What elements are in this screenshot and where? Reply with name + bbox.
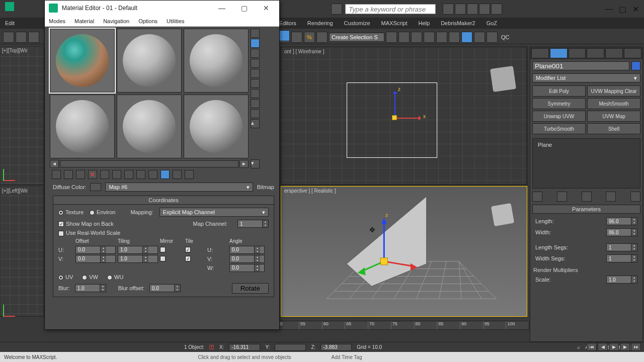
- maximize-button[interactable]: ▢: [619, 5, 626, 14]
- me-menu-modes[interactable]: Modes: [49, 18, 65, 24]
- viewport-top[interactable]: [0, 47, 44, 185]
- menu-edit[interactable]: Edit: [5, 20, 15, 26]
- u-mirror-check[interactable]: [160, 247, 166, 252]
- me-menu-material[interactable]: Material: [74, 18, 94, 24]
- binoculars-icon[interactable]: [443, 4, 454, 15]
- unlink-icon[interactable]: [16, 32, 27, 43]
- show-end-result-icon[interactable]: [160, 170, 170, 179]
- video-check-icon[interactable]: [251, 69, 260, 78]
- configure-sets-icon[interactable]: [630, 192, 640, 202]
- object-color-swatch[interactable]: [631, 61, 640, 70]
- plane-wireframe[interactable]: [347, 82, 437, 158]
- put-to-library-icon[interactable]: [124, 170, 133, 179]
- pin-stack-icon[interactable]: [532, 192, 542, 202]
- show-map-icon[interactable]: [148, 170, 157, 179]
- make-unique-icon[interactable]: [112, 170, 121, 179]
- material-slot-2[interactable]: [117, 29, 182, 93]
- me-close-button[interactable]: ✕: [257, 4, 275, 12]
- x-field[interactable]: [229, 344, 260, 351]
- edit-poly-button[interactable]: Edit Poly: [532, 85, 586, 97]
- tab-modify-icon[interactable]: [550, 48, 568, 58]
- y-field[interactable]: [275, 344, 306, 351]
- cloud-icon[interactable]: [467, 4, 478, 15]
- menu-help[interactable]: Help: [419, 20, 430, 26]
- parameters-header[interactable]: Parameters: [532, 205, 640, 214]
- blur-offset-spinner[interactable]: ▴▾: [149, 284, 181, 292]
- map-name-field[interactable]: Map #6 ▾: [105, 183, 253, 192]
- next-frame-icon[interactable]: ▶: [620, 343, 630, 351]
- me-titlebar[interactable]: Material Editor - 01 - Default — ▢ ✕: [45, 1, 279, 16]
- go-forward-icon[interactable]: [185, 170, 194, 179]
- gizmo-origin[interactable]: [392, 115, 397, 120]
- meshsmooth-button[interactable]: MeshSmooth: [587, 98, 640, 109]
- viewcube-icon[interactable]: [490, 202, 516, 228]
- z-field[interactable]: [320, 344, 352, 351]
- vw-radio[interactable]: VW: [82, 274, 98, 280]
- me-menu-navigation[interactable]: Navigation: [103, 18, 129, 24]
- scroll-left-button[interactable]: ◄: [50, 160, 59, 168]
- material-id-icon[interactable]: [136, 170, 145, 179]
- help-icon[interactable]: [491, 4, 502, 15]
- maxscript-listener[interactable]: Welcome to MAXScript. Click and drag to …: [0, 352, 644, 362]
- tab-display-icon[interactable]: [605, 48, 623, 58]
- curve-editor-icon[interactable]: [424, 32, 435, 43]
- texture-radio[interactable]: Texture: [58, 209, 84, 215]
- background-icon[interactable]: [251, 49, 260, 58]
- mirror-icon[interactable]: [386, 32, 397, 43]
- menu-goz[interactable]: GoZ: [487, 20, 497, 26]
- material-editor-icon[interactable]: [449, 32, 460, 43]
- material-map-nav-icon[interactable]: [251, 109, 260, 118]
- arrow-up-icon[interactable]: ▴: [251, 119, 260, 128]
- wrench-icon[interactable]: [455, 4, 466, 15]
- bind-icon[interactable]: [28, 32, 39, 43]
- me-menu-utilities[interactable]: Utilities: [167, 18, 184, 24]
- prev-frame-icon[interactable]: ◀: [598, 343, 608, 351]
- u-tile-check[interactable]: [185, 247, 191, 252]
- scroll-right-button[interactable]: ►: [239, 160, 249, 168]
- viewport-front[interactable]: ont ] [ Wireframe ] z x: [281, 47, 527, 185]
- object-name-field[interactable]: [532, 61, 629, 70]
- uv-radio[interactable]: UV: [58, 274, 73, 280]
- put-material-icon[interactable]: [64, 170, 73, 179]
- mapping-select[interactable]: Explicit Map Channel▾: [159, 208, 269, 217]
- assign-material-icon[interactable]: [76, 170, 85, 179]
- v-mirror-check[interactable]: [160, 256, 166, 261]
- me-minimize-button[interactable]: —: [213, 4, 231, 12]
- lock-icon[interactable]: ⚿: [209, 344, 214, 350]
- blur-spinner[interactable]: ▴▾: [75, 284, 106, 292]
- menu-rendering[interactable]: Rendering: [307, 20, 333, 26]
- show-map-back-flag[interactable]: Show Map on Back: [58, 221, 114, 227]
- selection-set-input[interactable]: [329, 33, 384, 42]
- angle-snap-icon[interactable]: [291, 32, 302, 43]
- schematic-icon[interactable]: [436, 32, 447, 43]
- sample-uv-icon[interactable]: [251, 59, 260, 68]
- z-axis-arrow[interactable]: [394, 93, 395, 118]
- tab-hierarchy-icon[interactable]: [569, 48, 586, 58]
- menu-customize[interactable]: Customize: [344, 20, 370, 26]
- select-by-material-icon[interactable]: [251, 99, 260, 108]
- symmetry-button[interactable]: Symmetry: [532, 98, 586, 109]
- spinner-snap-icon[interactable]: [316, 32, 328, 43]
- render-icon[interactable]: [487, 32, 498, 43]
- turbosmooth-button[interactable]: TurboSmooth: [532, 123, 586, 134]
- uvw-map-button[interactable]: UVW Map: [587, 111, 640, 122]
- shell-button[interactable]: Shell: [587, 123, 640, 134]
- map-channel-spinner[interactable]: ▴▾: [237, 220, 269, 228]
- length-segs-spinner[interactable]: ▴▾: [606, 243, 637, 251]
- rotate-button[interactable]: Rotate: [232, 283, 269, 294]
- modifier-stack[interactable]: Plane: [532, 138, 640, 189]
- x-axis-arrow[interactable]: [394, 118, 420, 119]
- get-material-icon[interactable]: [52, 170, 61, 179]
- sample-type-icon[interactable]: [251, 29, 260, 38]
- h-scrollbar[interactable]: [60, 160, 238, 167]
- viewcube-icon[interactable]: [490, 66, 516, 92]
- go-to-parent-icon[interactable]: [173, 170, 182, 179]
- u-tiling-spinner[interactable]: ▴▾: [118, 246, 158, 254]
- wu-radio[interactable]: WU: [107, 274, 123, 280]
- material-slot-4[interactable]: [50, 95, 115, 158]
- unwrap-uvw-button[interactable]: Unwrap UVW: [532, 111, 586, 122]
- remove-modifier-icon[interactable]: [606, 192, 616, 202]
- make-unique-icon[interactable]: [582, 192, 592, 202]
- percent-snap-icon[interactable]: %: [304, 32, 315, 43]
- u-angle-spinner[interactable]: ▴▾: [229, 246, 265, 254]
